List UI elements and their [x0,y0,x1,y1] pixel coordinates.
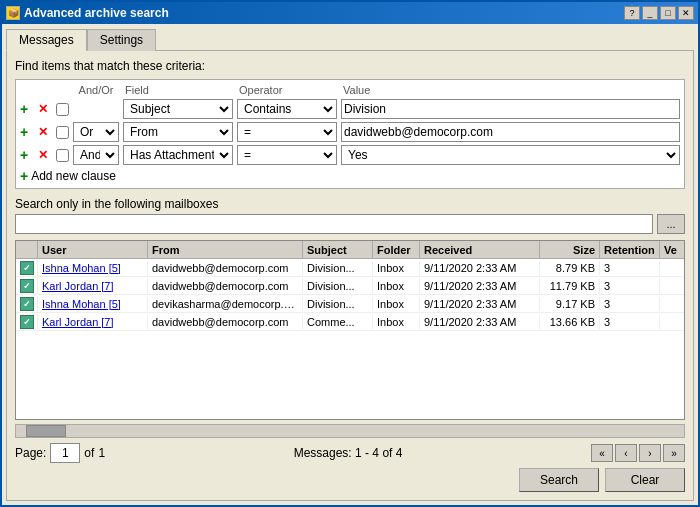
row-received-1: 9/11/2020 2:33 AM [420,279,540,293]
clear-button[interactable]: Clear [605,468,685,492]
mailboxes-input[interactable] [15,214,653,234]
row-folder-3: Inbox [373,315,420,329]
row-user-2[interactable]: Ishna Mohan [5] [38,297,148,311]
row-ve-3 [660,321,684,323]
results-area: User From Subject Folder Received Size R… [15,240,685,420]
row-from-2: devikasharma@democorp.com [148,297,303,311]
tab-messages[interactable]: Messages [6,29,87,51]
of-label: of [84,446,94,460]
col-header-folder: Folder [373,241,420,258]
row-ve-2 [660,303,684,305]
help-button[interactable]: ? [624,6,640,20]
add-row-2-button[interactable]: + [20,124,34,140]
col-header-from: From [148,241,303,258]
row-check-2[interactable]: ✓ [16,296,38,312]
pagination-left: Page: of 1 [15,443,105,463]
nav-last-button[interactable]: » [663,444,685,462]
row-ve-0 [660,267,684,269]
table-row[interactable]: ✓ Karl Jordan [7] davidwebb@democorp.com… [16,277,684,295]
remove-row-2-button[interactable]: ✕ [38,125,52,139]
col-header-value: Value [341,84,680,96]
content-area: Messages Settings Find items that match … [2,24,698,505]
row-folder-2: Inbox [373,297,420,311]
row-retention-1: 3 [600,279,660,293]
col-header-subject: Subject [303,241,373,258]
row-3-operator-select[interactable]: = [237,145,337,165]
row-from-1: davidwebb@democorp.com [148,279,303,293]
page-label: Page: [15,446,46,460]
row-retention-2: 3 [600,297,660,311]
row-3-andor-select[interactable]: And Or [73,145,119,165]
results-body: ✓ Ishna Mohan [5] davidwebb@democorp.com… [16,259,684,419]
row-subject-2: Division... [303,297,373,311]
close-button[interactable]: ✕ [678,6,694,20]
row-1-field-select[interactable]: Subject [123,99,233,119]
add-clause-label: Add new clause [31,169,116,183]
row-2-field-select[interactable]: From [123,122,233,142]
pagination-row: Page: of 1 Messages: 1 - 4 of 4 « ‹ › » [15,442,685,464]
row-ve-1 [660,285,684,287]
row-retention-0: 3 [600,261,660,275]
check-icon: ✓ [20,297,34,311]
page-input[interactable] [50,443,80,463]
add-clause-plus-icon: + [20,168,28,184]
row-3-field-select[interactable]: Has Attachment [123,145,233,165]
col-header-size: Size [540,241,600,258]
browse-button[interactable]: ... [657,214,685,234]
add-clause-row[interactable]: + Add new clause [20,168,680,184]
row-from-0: davidwebb@democorp.com [148,261,303,275]
window-title: Advanced archive search [24,6,169,20]
row-user-1[interactable]: Karl Jordan [7] [38,279,148,293]
row-user-0[interactable]: Ishna Mohan [5] [38,261,148,275]
row-2-andor-select[interactable]: Or And [73,122,119,142]
row-size-2: 9.17 KB [540,297,600,311]
action-row: Search Clear [15,466,685,492]
tab-settings[interactable]: Settings [87,29,156,51]
title-bar: 📦 Advanced archive search ? _ □ ✕ [2,2,698,24]
row-user-3[interactable]: Karl Jordan [7] [38,315,148,329]
horizontal-scrollbar[interactable] [15,424,685,438]
main-panel: Find items that match these criteria: An… [6,50,694,501]
nav-prev-button[interactable]: ‹ [615,444,637,462]
row-subject-1: Division... [303,279,373,293]
row-check-1[interactable]: ✓ [16,278,38,294]
row-subject-0: Division... [303,261,373,275]
row-2-value-input[interactable] [341,122,680,142]
add-row-3-button[interactable]: + [20,147,34,163]
row-2-operator-select[interactable]: = [237,122,337,142]
table-row[interactable]: ✓ Ishna Mohan [5] davidwebb@democorp.com… [16,259,684,277]
pagination-right: « ‹ › » [591,444,685,462]
add-row-1-button[interactable]: + [20,101,34,117]
tab-bar: Messages Settings [6,28,694,50]
col-header-field: Field [123,84,233,96]
criteria-table: And/Or Field Operator Value + ✕ Subject … [15,79,685,189]
row-1-checkbox[interactable] [56,103,69,116]
row-2-checkbox[interactable] [56,126,69,139]
row-3-checkbox[interactable] [56,149,69,162]
col-header-retention: Retention [600,241,660,258]
title-bar-buttons: ? _ □ ✕ [624,6,694,20]
row-1-operator-select[interactable]: Contains [237,99,337,119]
check-icon: ✓ [20,261,34,275]
row-folder-1: Inbox [373,279,420,293]
title-bar-left: 📦 Advanced archive search [6,6,169,20]
row-size-3: 13.66 KB [540,315,600,329]
row-1-value-input[interactable] [341,99,680,119]
table-row[interactable]: ✓ Ishna Mohan [5] devikasharma@democorp.… [16,295,684,313]
row-check-3[interactable]: ✓ [16,314,38,330]
nav-first-button[interactable]: « [591,444,613,462]
minimize-button[interactable]: _ [642,6,658,20]
criterion-row-1: + ✕ Subject Contains [20,99,680,119]
window: 📦 Advanced archive search ? _ □ ✕ Messag… [0,0,700,507]
maximize-button[interactable]: □ [660,6,676,20]
mailboxes-label: Search only in the following mailboxes [15,197,685,211]
nav-next-button[interactable]: › [639,444,661,462]
remove-row-1-button[interactable]: ✕ [38,102,52,116]
search-button[interactable]: Search [519,468,599,492]
table-row[interactable]: ✓ Karl Jordan [7] davidwebb@democorp.com… [16,313,684,331]
scrollbar-thumb[interactable] [26,425,66,437]
row-check-0[interactable]: ✓ [16,260,38,276]
remove-row-3-button[interactable]: ✕ [38,148,52,162]
row-3-value-select[interactable]: Yes No [341,145,680,165]
page-total: 1 [98,446,105,460]
